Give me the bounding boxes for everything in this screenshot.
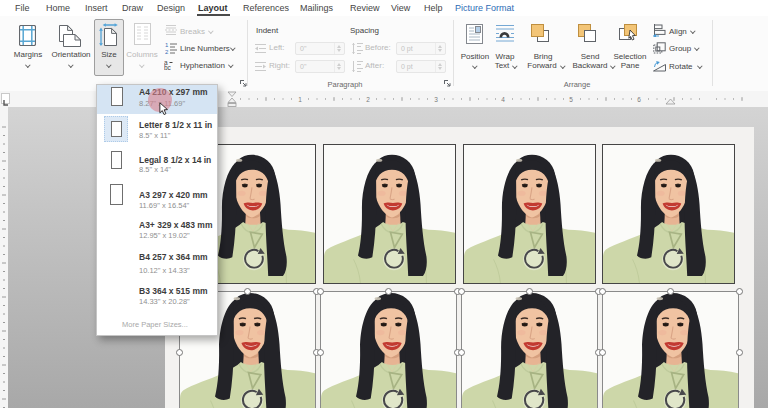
svg-text:5: 5 [569, 96, 573, 103]
svg-text:2: 2 [366, 96, 370, 103]
svg-text:6: 6 [637, 96, 641, 103]
svg-text:4: 4 [501, 96, 505, 103]
svg-text:1: 1 [298, 96, 302, 103]
svg-text:2: 2 [165, 49, 169, 54]
svg-text:3: 3 [434, 96, 438, 103]
svg-text:1: 1 [165, 42, 169, 48]
svg-text:bc: bc [164, 64, 172, 70]
